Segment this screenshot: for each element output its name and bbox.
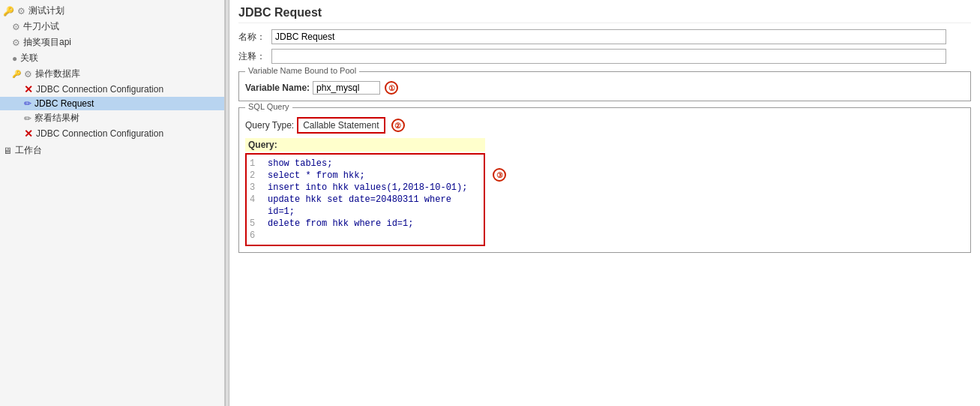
query-label: Query: bbox=[245, 138, 485, 152]
sidebar-item-extract-api[interactable]: ⚙ 抽奖项目api bbox=[0, 35, 224, 50]
variable-section: Variable Name Bound to Pool Variable Nam… bbox=[238, 71, 971, 101]
sidebar-item-jdbc-conn-2[interactable]: ✕ JDBC Connection Configuration bbox=[0, 126, 224, 141]
name-input[interactable] bbox=[271, 29, 946, 44]
sidebar-item-operate-db[interactable]: 🔑 ⚙ 操作数据库 bbox=[0, 66, 224, 82]
sidebar-item-jdbc-request[interactable]: ✏ JDBC Request bbox=[0, 97, 224, 110]
code-line-1: 1 show tables; bbox=[250, 158, 481, 170]
query-area: Query: 1 show tables; 2 select * from hk… bbox=[245, 138, 964, 246]
query-type-label: Query Type: bbox=[245, 120, 294, 131]
key-icon2: 🔑 bbox=[12, 70, 21, 78]
code-line-6: 6 bbox=[250, 230, 481, 242]
circle-icon: ● bbox=[12, 53, 17, 64]
badge-3: ③ bbox=[493, 168, 506, 182]
gear-small-icon: ⚙ bbox=[12, 22, 20, 32]
code-editor[interactable]: 1 show tables; 2 select * from hkk; 3 in… bbox=[245, 153, 485, 246]
pencil-icon: ✏ bbox=[24, 98, 31, 109]
badge-2: ② bbox=[391, 119, 405, 132]
sql-section: SQL Query Query Type: Callable Statement… bbox=[238, 107, 971, 253]
query-type-row: Query Type: Callable Statement ② bbox=[245, 117, 964, 134]
code-line-2: 2 select * from hkk; bbox=[250, 170, 481, 182]
x-icon: ✕ bbox=[24, 83, 33, 95]
variable-name-label: Variable Name: bbox=[245, 83, 310, 93]
code-line-5: 5 delete from hkk where id=1; bbox=[250, 218, 481, 230]
gear-icon: ⚙ bbox=[17, 6, 25, 17]
sql-section-title: SQL Query bbox=[245, 102, 292, 111]
sidebar-item-test-plan[interactable]: 🔑 ⚙ 测试计划 bbox=[0, 3, 224, 19]
sidebar-item-relation[interactable]: ● 关联 bbox=[0, 50, 224, 66]
comment-input[interactable] bbox=[271, 49, 946, 64]
monitor-icon: 🖥 bbox=[3, 146, 12, 156]
badge-1: ① bbox=[385, 81, 398, 95]
page-title: JDBC Request bbox=[238, 6, 971, 23]
gear-small-icon2: ⚙ bbox=[12, 38, 20, 48]
code-line-4: 4 update hkk set date=20480311 where id=… bbox=[250, 194, 481, 218]
x-icon2: ✕ bbox=[24, 128, 33, 140]
name-label: 名称： bbox=[238, 31, 268, 44]
variable-name-row: Variable Name: ① bbox=[245, 81, 964, 95]
sidebar-item-jdbc-conn-1[interactable]: ✕ JDBC Connection Configuration bbox=[0, 82, 224, 97]
workbench-item[interactable]: 🖥 工作台 bbox=[0, 141, 224, 158]
variable-section-title: Variable Name Bound to Pool bbox=[245, 66, 359, 75]
sidebar-item-view-result[interactable]: ✏ 察看结果树 bbox=[0, 110, 224, 126]
key-icon: 🔑 bbox=[3, 6, 14, 17]
code-block: Query: 1 show tables; 2 select * from hk… bbox=[245, 138, 485, 246]
query-type-value: Callable Statement bbox=[297, 117, 385, 134]
sidebar: 🔑 ⚙ 测试计划 ⚙ 牛刀小试 ⚙ 抽奖项目api ● 关联 🔑 ⚙ 操作数据库… bbox=[0, 0, 225, 406]
gear-icon2: ⚙ bbox=[24, 69, 32, 80]
name-row: 名称： bbox=[238, 29, 971, 44]
main-panel: JDBC Request 名称： 注释： Variable Name Bound… bbox=[229, 0, 980, 406]
comment-row: 注释： bbox=[238, 49, 971, 64]
code-line-3: 3 insert into hkk values(1,2018-10-01); bbox=[250, 182, 481, 194]
pencil-alt-icon: ✏ bbox=[24, 113, 31, 124]
sidebar-item-bull-test[interactable]: ⚙ 牛刀小试 bbox=[0, 19, 224, 35]
comment-label: 注释： bbox=[238, 50, 268, 63]
variable-name-input[interactable] bbox=[313, 81, 380, 95]
